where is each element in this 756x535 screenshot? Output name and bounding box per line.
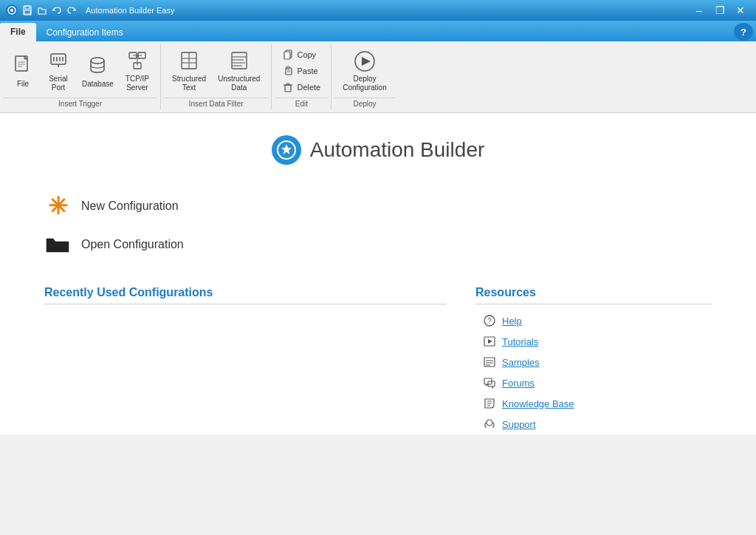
- deploy-icon: [353, 50, 377, 73]
- btn-serial-port-label: SerialPort: [49, 75, 68, 92]
- svg-point-1: [10, 9, 13, 12]
- btn-paste-label: Paste: [297, 67, 317, 75]
- save-icon[interactable]: [22, 5, 32, 16]
- serial-port-icon: [47, 50, 70, 73]
- recent-section-title: Recently Used Configurations: [44, 286, 446, 304]
- data-filter-label: Insert Data Filter: [164, 98, 268, 109]
- btn-copy-label: Copy: [297, 50, 316, 59]
- app-logo: [272, 135, 301, 165]
- close-button[interactable]: ✕: [731, 4, 750, 17]
- file-icon: [11, 55, 35, 78]
- btn-tcpip-label: TCP/IPServer: [126, 75, 149, 92]
- btn-file-label: File: [17, 80, 29, 88]
- btn-deploy-label: DeployConfiguration: [343, 75, 386, 92]
- btn-paste[interactable]: Paste: [278, 64, 322, 78]
- new-config-action[interactable]: ✳ New Configuration: [44, 187, 712, 225]
- open-config-icon: [44, 231, 71, 258]
- svg-marker-47: [488, 339, 492, 344]
- support-icon: [483, 418, 496, 431]
- new-config-icon: ✳: [44, 193, 71, 219]
- minimize-button[interactable]: –: [690, 4, 709, 17]
- edit-label: Edit: [275, 98, 328, 109]
- redo-icon[interactable]: [66, 5, 77, 16]
- database-icon: [86, 55, 109, 78]
- actions-section: ✳ New Configuration Open Configuration: [0, 187, 756, 264]
- svg-rect-3: [25, 6, 30, 9]
- btn-file[interactable]: File: [6, 51, 40, 92]
- btn-copy[interactable]: Copy: [278, 47, 320, 62]
- resource-support-label: Support: [502, 419, 536, 430]
- samples-icon: [483, 355, 496, 369]
- resource-tutorials[interactable]: Tutorials: [475, 331, 712, 352]
- app-header: Automation Builder: [272, 135, 485, 165]
- knowledge-base-icon: [483, 397, 496, 410]
- tab-file[interactable]: File: [0, 23, 36, 41]
- title-bar: Automation Builder Easy – ❐ ✕: [0, 0, 756, 21]
- ribbon-tabs: File Configuration Items ?: [0, 21, 756, 41]
- tab-configuration-items[interactable]: Configuration Items: [36, 24, 134, 41]
- btn-delete[interactable]: Delete: [278, 80, 325, 95]
- insert-trigger-label: Insert Trigger: [3, 98, 157, 109]
- tutorials-icon: [483, 335, 496, 348]
- btn-tcpip-server[interactable]: TCP/IPServer: [120, 46, 154, 96]
- ribbon-group-edit: Copy Paste: [272, 44, 331, 109]
- data-filter-buttons: StructuredText UnstructuredData: [164, 44, 268, 98]
- lower-section: Recently Used Configurations Resources ?…: [0, 286, 756, 435]
- btn-delete-label: Delete: [297, 83, 320, 92]
- tcpip-icon: [126, 50, 149, 73]
- btn-unstructured-data[interactable]: UnstructuredData: [213, 46, 265, 96]
- open-icon[interactable]: [37, 5, 47, 16]
- svg-rect-38: [285, 85, 291, 92]
- svg-rect-9: [51, 54, 66, 64]
- svg-point-57: [487, 420, 492, 426]
- copy-icon: [282, 49, 294, 61]
- resource-forums[interactable]: Forums: [475, 372, 712, 393]
- svg-point-15: [91, 58, 104, 64]
- resource-knowledge-base[interactable]: Knowledge Base: [475, 393, 712, 414]
- btn-deploy-config[interactable]: DeployConfiguration: [337, 46, 391, 96]
- resource-samples[interactable]: Samples: [475, 352, 712, 372]
- svg-rect-27: [232, 52, 247, 69]
- resource-knowledge-base-label: Knowledge Base: [502, 398, 574, 409]
- resource-tutorials-label: Tutorials: [502, 336, 538, 347]
- window-controls: – ❐ ✕: [690, 4, 750, 17]
- help-icon: ?: [483, 314, 496, 327]
- delete-icon: [282, 81, 294, 93]
- unstructured-data-icon: [227, 50, 251, 73]
- resource-samples-label: Samples: [502, 357, 540, 368]
- btn-database-label: Database: [82, 80, 114, 88]
- resources-section: Resources ? Help Tutorials: [475, 286, 712, 435]
- btn-structured-text-label: StructuredText: [172, 75, 206, 92]
- forums-icon: [483, 376, 496, 389]
- svg-rect-33: [284, 52, 290, 59]
- svg-rect-4: [24, 10, 30, 14]
- app-title: Automation Builder Easy: [86, 6, 174, 15]
- app-icon: [6, 4, 18, 16]
- paste-icon: [282, 65, 294, 77]
- ribbon-group-deploy: DeployConfiguration Deploy: [331, 44, 397, 109]
- title-bar-left: Automation Builder Easy: [6, 4, 174, 16]
- deploy-label: Deploy: [334, 98, 394, 109]
- insert-trigger-buttons: File SerialPort: [3, 44, 157, 98]
- resources-section-title: Resources: [475, 286, 712, 304]
- help-button[interactable]: ?: [734, 23, 753, 41]
- edit-buttons: Copy Paste: [275, 44, 328, 98]
- ribbon-group-data-filter: StructuredText UnstructuredData Insert D…: [161, 44, 272, 109]
- btn-structured-text[interactable]: StructuredText: [167, 46, 211, 96]
- btn-serial-port[interactable]: SerialPort: [41, 46, 75, 96]
- svg-rect-40: [286, 84, 289, 85]
- restore-button[interactable]: ❐: [710, 4, 729, 17]
- ribbon-group-insert-trigger: File SerialPort: [0, 44, 161, 109]
- resource-help-label: Help: [502, 316, 522, 327]
- recent-section: Recently Used Configurations: [44, 286, 446, 435]
- ribbon: File SerialPort: [0, 41, 756, 113]
- btn-database[interactable]: Database: [77, 51, 119, 92]
- deploy-buttons: DeployConfiguration: [334, 44, 394, 98]
- undo-icon[interactable]: [52, 5, 62, 16]
- resource-support[interactable]: Support: [475, 414, 712, 435]
- btn-unstructured-data-label: UnstructuredData: [218, 75, 260, 92]
- main-content: Automation Builder ✳ New Configuration O…: [0, 113, 756, 435]
- svg-text:?: ?: [487, 317, 492, 325]
- open-config-action[interactable]: Open Configuration: [44, 225, 712, 264]
- resource-help[interactable]: ? Help: [475, 310, 712, 331]
